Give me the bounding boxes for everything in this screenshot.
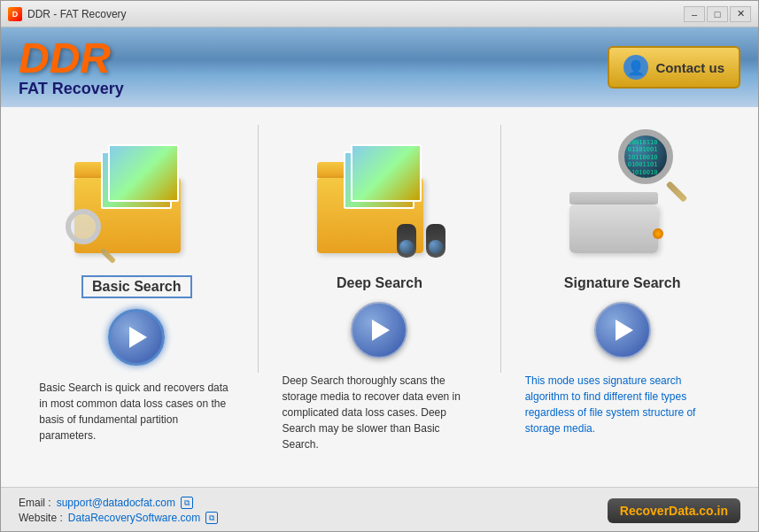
- disk-magnifier: 1001011001101001101100100100110111010010…: [618, 129, 689, 200]
- divider-1: [258, 125, 259, 373]
- brand-text: RecoverData.co.in: [620, 504, 728, 518]
- header: DDR FAT Recovery 👤 Contact us: [1, 27, 758, 107]
- main-content: Basic Search Basic Search is quick and r…: [1, 107, 758, 487]
- disk-body: [569, 204, 658, 253]
- deep-search-play-button[interactable]: [351, 302, 407, 359]
- bino-lens-right: [429, 240, 443, 254]
- person-icon: 👤: [623, 55, 648, 80]
- external-link-icon-email: ⧉: [181, 497, 193, 509]
- email-link[interactable]: support@datadocfat.com: [57, 497, 175, 509]
- divider-2: [500, 125, 501, 373]
- disk-light: [653, 228, 663, 239]
- footer: Email : support@datadocfat.com ⧉ Website…: [1, 487, 758, 532]
- folder-photo2-deep: [351, 144, 422, 202]
- binoculars: [397, 213, 445, 258]
- magnifier-handle: [100, 248, 116, 264]
- signature-search-play-button[interactable]: [594, 302, 651, 359]
- minimize-button[interactable]: –: [684, 6, 705, 22]
- close-button[interactable]: ✕: [730, 6, 751, 22]
- play-icon: [129, 327, 147, 348]
- basic-search-play-button[interactable]: [108, 309, 165, 366]
- disk-mag-circle: 1001011001101001101100100100110111010010…: [618, 129, 673, 184]
- brand-badge: RecoverData.co.in: [608, 498, 740, 523]
- basic-search-title: Basic Search: [81, 275, 192, 298]
- basic-search-illustration: [61, 125, 212, 266]
- email-row: Email : support@datadocfat.com ⧉: [19, 497, 218, 509]
- disk-mag-handle: [665, 181, 687, 203]
- play-icon-deep: [372, 320, 390, 341]
- deep-search-description: Deep Search thoroughly scans the storage…: [282, 373, 476, 452]
- external-link-icon-website: ⧉: [205, 512, 218, 524]
- logo-subtitle: FAT Recovery: [19, 80, 124, 98]
- website-link[interactable]: DataRecoverySoftware.com: [68, 512, 200, 524]
- magnifier: [66, 209, 119, 262]
- signature-search-description: This mode uses signature search algorith…: [525, 373, 720, 436]
- contact-label: Contact us: [655, 60, 724, 75]
- binary-display: 1001011001101001101100100100110111010010…: [624, 135, 667, 184]
- play-icon-signature: [616, 320, 633, 341]
- titlebar-title: DDR - FAT Recovery: [27, 8, 127, 20]
- signature-search-title: Signature Search: [564, 275, 681, 291]
- basic-search-panel: Basic Search Basic Search is quick and r…: [39, 125, 234, 443]
- logo-ddr: DDR: [19, 37, 124, 80]
- app-icon: D: [8, 7, 22, 21]
- maximize-button[interactable]: □: [707, 6, 728, 22]
- contact-button[interactable]: 👤 Contact us: [608, 46, 740, 89]
- email-label: Email :: [19, 497, 51, 509]
- window-controls: – □ ✕: [684, 6, 751, 22]
- logo: DDR FAT Recovery: [19, 37, 124, 98]
- magnifier-circle: [66, 209, 101, 244]
- deep-search-panel: Deep Search Deep Search thoroughly scans…: [282, 125, 476, 452]
- deep-search-illustration: [304, 125, 454, 266]
- signature-search-illustration: 1001011001101001101100100100110111010010…: [547, 125, 698, 266]
- deep-search-title: Deep Search: [337, 275, 422, 291]
- titlebar: D DDR - FAT Recovery – □ ✕: [1, 1, 758, 27]
- website-row: Website : DataRecoverySoftware.com ⧉: [19, 512, 218, 524]
- bino-lens-left: [399, 240, 414, 254]
- footer-links: Email : support@datadocfat.com ⧉ Website…: [19, 497, 218, 524]
- basic-search-description: Basic Search is quick and recovers data …: [39, 380, 234, 443]
- website-label: Website :: [19, 512, 63, 524]
- signature-search-panel: 1001011001101001101100100100110111010010…: [525, 125, 720, 436]
- folder-photo2: [108, 144, 179, 202]
